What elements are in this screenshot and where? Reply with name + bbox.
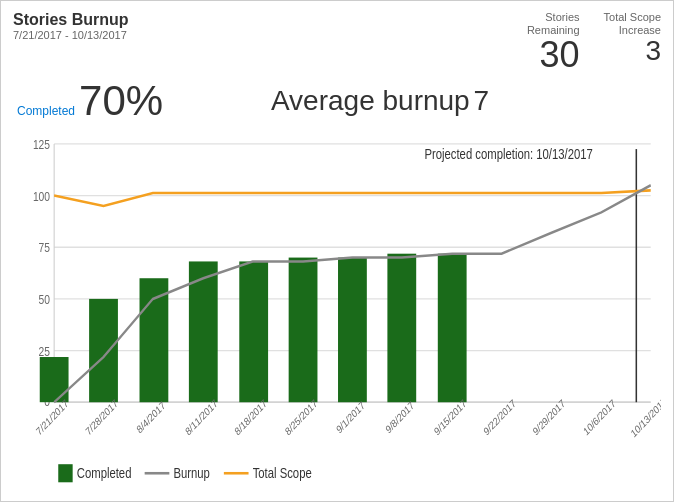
legend-completed-swatch (58, 465, 72, 483)
dashboard-container: Stories Burnup 7/21/2017 - 10/13/2017 St… (0, 0, 674, 502)
total-scope-label: Total ScopeIncrease (604, 11, 661, 37)
legend-burnup-label: Burnup (173, 466, 209, 483)
y-label-100: 100 (33, 189, 51, 203)
stories-remaining-block: StoriesRemaining 30 (527, 11, 580, 73)
legend-completed-label: Completed (77, 466, 132, 483)
x-label-2: 8/4/2017 (135, 399, 168, 436)
completed-metric: Completed 70% (17, 77, 163, 125)
bar-4 (239, 262, 268, 403)
total-scope-value: 3 (604, 37, 661, 65)
bar-5 (289, 258, 318, 403)
header-left: Stories Burnup 7/21/2017 - 10/13/2017 (13, 11, 129, 41)
x-label-7: 9/8/2017 (384, 399, 417, 436)
x-label-6: 9/1/2017 (334, 399, 367, 436)
header: Stories Burnup 7/21/2017 - 10/13/2017 St… (13, 11, 661, 73)
chart-title: Stories Burnup (13, 11, 129, 29)
bar-0 (40, 357, 69, 402)
x-label-0: 7/21/2017 (34, 397, 70, 438)
header-right: StoriesRemaining 30 Total ScopeIncrease … (527, 11, 661, 73)
bar-6 (338, 258, 367, 403)
avg-burnup-label: Average burnup (271, 85, 470, 116)
bar-7 (387, 254, 416, 403)
bar-8 (438, 254, 467, 403)
burnup-chart: 125 100 75 50 25 0 (13, 131, 661, 493)
y-label-125: 125 (33, 137, 50, 151)
y-label-50: 50 (39, 292, 51, 306)
total-scope-block: Total ScopeIncrease 3 (604, 11, 661, 65)
avg-burnup-metric: Average burnup 7 (271, 85, 489, 117)
projected-label: Projected completion: 10/13/2017 (424, 147, 592, 164)
x-label-12: 10/13/2017 (629, 395, 661, 440)
bar-2 (140, 279, 169, 403)
date-range: 7/21/2017 - 10/13/2017 (13, 29, 129, 41)
y-label-25: 25 (39, 344, 50, 358)
scope-line (54, 191, 651, 206)
avg-burnup-value: 7 (474, 85, 490, 116)
bar-1 (89, 299, 118, 402)
completed-label: Completed (17, 104, 75, 118)
y-label-75: 75 (39, 241, 50, 255)
legend-scope-label: Total Scope (253, 466, 312, 483)
completed-value: 70% (79, 77, 163, 125)
metrics-row: Completed 70% Average burnup 7 (13, 77, 661, 125)
stories-remaining-value: 30 (527, 37, 580, 73)
